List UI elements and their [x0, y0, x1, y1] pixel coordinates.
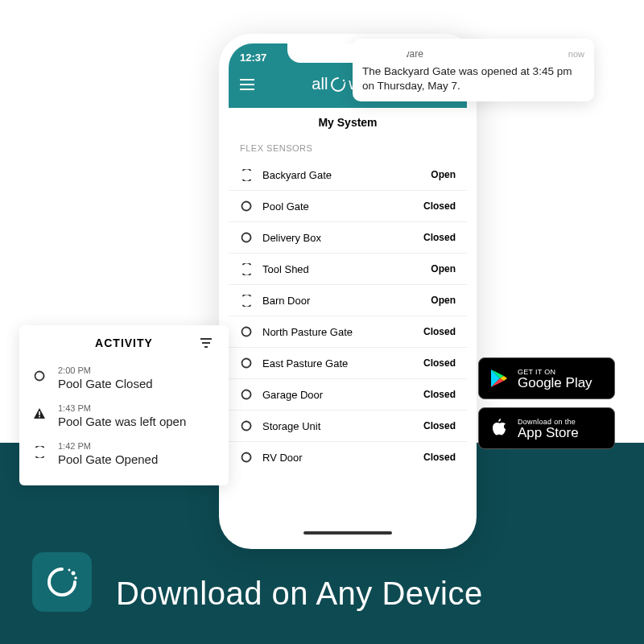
sensor-status: Closed: [423, 389, 456, 400]
sensor-name: Storage Unit: [262, 420, 423, 432]
sensor-status: Closed: [423, 232, 456, 243]
svg-point-11: [241, 452, 252, 463]
phone-mockup: 12:37 all ware My System FLEX SENSORS Ba…: [219, 34, 477, 549]
apple-small-text: Download on the: [518, 418, 579, 426]
activity-time: 2:00 PM: [58, 365, 153, 375]
google-big-text: Google Play: [518, 376, 592, 390]
open-icon: [240, 168, 253, 181]
svg-point-4: [345, 82, 346, 84]
open-icon: [240, 262, 253, 275]
sensor-name: East Pasture Gate: [262, 357, 423, 369]
sensor-row[interactable]: North Pasture GateClosed: [229, 316, 467, 348]
activity-warn-icon: [32, 407, 47, 421]
activity-open-icon: [32, 444, 47, 459]
sensor-row[interactable]: Delivery BoxClosed: [229, 222, 467, 254]
svg-point-6: [241, 232, 252, 243]
sensor-status: Closed: [423, 200, 456, 212]
activity-item[interactable]: 2:00 PMPool Gate Closed: [32, 359, 216, 397]
closed-icon: [240, 231, 253, 244]
sensor-row[interactable]: Storage UnitClosed: [229, 411, 467, 442]
activity-time: 1:43 PM: [58, 403, 186, 413]
sensor-status: Open: [431, 295, 456, 306]
closed-icon: [240, 200, 253, 213]
sensor-row[interactable]: RV DoorClosed: [229, 442, 467, 473]
google-small-text: GET IT ON: [518, 368, 592, 376]
svg-point-3: [343, 79, 345, 80]
sensor-row[interactable]: East Pasture GateClosed: [229, 348, 467, 379]
notif-body: The Backyard Gate was opened at 3:45 pm …: [362, 64, 584, 93]
page-title: My System: [229, 108, 467, 135]
activity-text: Pool Gate Closed: [58, 377, 153, 390]
sensor-name: Barn Door: [262, 295, 431, 307]
svg-point-0: [72, 572, 76, 576]
sensor-status: Closed: [423, 357, 456, 369]
closed-icon: [240, 388, 253, 401]
closed-icon: [240, 325, 253, 338]
sensor-row[interactable]: Backyard GateOpen: [229, 159, 467, 191]
activity-card: ACTIVITY 2:00 PMPool Gate Closed1:43 PMP…: [19, 325, 229, 485]
store-badges: GET IT ON Google Play Download on the Ap…: [478, 357, 615, 449]
svg-point-7: [241, 326, 252, 337]
filter-icon[interactable]: [200, 337, 213, 349]
sensor-list: Backyard GateOpenPool GateClosedDelivery…: [229, 159, 467, 473]
sensor-status: Open: [431, 169, 456, 180]
sensor-status: Closed: [423, 452, 456, 463]
sensor-row[interactable]: Pool GateClosed: [229, 191, 467, 222]
apple-icon: [489, 418, 510, 439]
svg-point-2: [68, 569, 71, 572]
sensor-row[interactable]: Tool ShedOpen: [229, 254, 467, 285]
google-play-icon: [489, 368, 510, 389]
closed-icon: [240, 357, 253, 369]
sensor-row[interactable]: Garage DoorClosed: [229, 379, 467, 411]
sensor-status: Open: [431, 263, 456, 275]
sensor-name: North Pasture Gate: [262, 326, 423, 338]
notif-time: now: [568, 49, 584, 59]
svg-point-8: [241, 357, 252, 369]
sensor-name: Delivery Box: [262, 232, 423, 244]
sensor-name: Backyard Gate: [262, 169, 431, 181]
activity-closed-icon: [32, 369, 47, 383]
sensor-status: Closed: [423, 326, 456, 337]
svg-point-9: [241, 389, 252, 400]
svg-point-1: [74, 576, 77, 580]
sensor-name: Tool Shed: [262, 263, 431, 275]
closed-icon: [240, 451, 253, 464]
activity-time: 1:42 PM: [58, 441, 158, 451]
activity-text: Pool Gate was left open: [58, 415, 186, 428]
app-store-badge[interactable]: Download on the App Store: [478, 407, 615, 449]
sensor-row[interactable]: Barn DoorOpen: [229, 285, 467, 316]
menu-icon[interactable]: [240, 79, 254, 90]
section-header: FLEX SENSORS: [229, 135, 467, 159]
sensor-name: Garage Door: [262, 389, 423, 401]
sensor-name: RV Door: [262, 452, 423, 464]
svg-point-5: [241, 200, 252, 212]
banner-text: Download on Any Device: [116, 576, 483, 612]
notif-app-name: All Aware: [383, 48, 562, 60]
svg-point-10: [241, 420, 252, 431]
activity-item[interactable]: 1:43 PMPool Gate was left open: [32, 397, 216, 435]
open-icon: [240, 294, 253, 307]
sensor-name: Pool Gate: [262, 200, 423, 213]
sensor-status: Closed: [423, 420, 456, 431]
app-icon: [32, 552, 92, 612]
svg-rect-18: [39, 416, 40, 418]
google-play-badge[interactable]: GET IT ON Google Play: [478, 357, 615, 399]
activity-item[interactable]: 1:42 PMPool Gate Opened: [32, 435, 216, 473]
closed-icon: [240, 419, 253, 432]
activity-title: ACTIVITY: [48, 336, 200, 349]
home-indicator[interactable]: [303, 531, 392, 535]
svg-point-16: [34, 370, 45, 382]
phone-notch: [287, 43, 408, 63]
activity-text: Pool Gate Opened: [58, 452, 158, 466]
apple-big-text: App Store: [518, 426, 579, 440]
svg-rect-17: [39, 411, 40, 415]
